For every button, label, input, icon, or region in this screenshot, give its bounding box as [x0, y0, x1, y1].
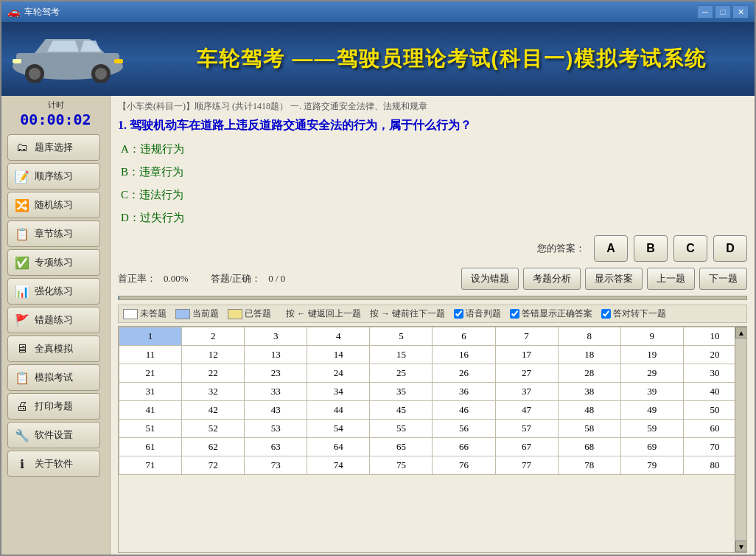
question-cell[interactable]: 46: [433, 401, 495, 420]
question-cell[interactable]: 55: [370, 420, 433, 438]
question-cell[interactable]: 62: [182, 438, 245, 456]
question-cell[interactable]: 9: [620, 327, 683, 346]
question-cell[interactable]: 37: [495, 383, 558, 401]
question-bank-button[interactable]: 🗂 题库选择: [7, 134, 100, 161]
answer-btn-b[interactable]: B: [634, 235, 668, 262]
question-cell[interactable]: 33: [245, 383, 307, 401]
question-cell[interactable]: 1: [119, 327, 182, 346]
about-button[interactable]: ℹ 关于软件: [7, 451, 100, 477]
question-cell[interactable]: 67: [495, 438, 558, 456]
question-cell[interactable]: 79: [620, 456, 683, 475]
show-answer-button[interactable]: 显示答案: [585, 268, 643, 290]
question-cell[interactable]: 74: [307, 456, 370, 475]
question-cell[interactable]: 25: [370, 364, 433, 383]
print-button[interactable]: 🖨 打印考题: [7, 393, 100, 420]
question-cell[interactable]: 68: [558, 438, 620, 456]
question-cell[interactable]: 43: [245, 401, 307, 420]
question-cell[interactable]: 63: [245, 438, 307, 456]
question-cell[interactable]: 59: [620, 420, 683, 438]
option-b[interactable]: B：违章行为: [118, 164, 747, 181]
question-cell[interactable]: 52: [182, 420, 245, 438]
question-cell[interactable]: 57: [495, 420, 558, 438]
scrollbar[interactable]: ▲ ▼: [735, 327, 746, 552]
question-cell[interactable]: 38: [558, 383, 620, 401]
mock-exam-button[interactable]: 📋 模拟考试: [7, 364, 100, 391]
settings-button[interactable]: 🔧 软件设置: [7, 422, 100, 448]
question-cell[interactable]: 11: [119, 346, 182, 364]
question-cell[interactable]: 73: [245, 456, 307, 475]
question-cell[interactable]: 71: [119, 456, 182, 475]
scroll-down-button[interactable]: ▼: [735, 541, 747, 552]
question-cell[interactable]: 64: [307, 438, 370, 456]
question-cell[interactable]: 75: [370, 456, 433, 475]
question-cell[interactable]: 72: [182, 456, 245, 475]
question-cell[interactable]: 19: [620, 346, 683, 364]
question-cell[interactable]: 21: [119, 364, 182, 383]
question-cell[interactable]: 16: [433, 346, 495, 364]
next-button[interactable]: 下一题: [699, 268, 747, 290]
question-cell[interactable]: 69: [620, 438, 683, 456]
sequential-button[interactable]: 📝 顺序练习: [7, 163, 100, 190]
question-cell[interactable]: 6: [433, 327, 495, 346]
analysis-button[interactable]: 考题分析: [523, 268, 581, 290]
question-cell[interactable]: 76: [433, 456, 495, 475]
question-cell[interactable]: 36: [433, 383, 495, 401]
auto-next-checkbox[interactable]: [601, 309, 611, 319]
question-cell[interactable]: 41: [119, 401, 182, 420]
mark-wrong-button[interactable]: 设为错题: [461, 268, 519, 290]
question-cell[interactable]: 42: [182, 401, 245, 420]
question-cell[interactable]: 15: [370, 346, 433, 364]
question-cell[interactable]: 29: [620, 364, 683, 383]
question-cell[interactable]: 8: [558, 327, 620, 346]
scroll-up-button[interactable]: ▲: [735, 327, 747, 338]
answer-btn-d[interactable]: D: [713, 235, 747, 262]
voice-checkbox[interactable]: [454, 309, 463, 319]
question-cell[interactable]: 24: [307, 364, 370, 383]
question-cell[interactable]: 44: [307, 401, 370, 420]
option-c[interactable]: C：违法行为: [118, 187, 747, 204]
question-cell[interactable]: 18: [558, 346, 620, 364]
question-cell[interactable]: 17: [495, 346, 558, 364]
show-correct-checkbox-group[interactable]: 答错显示正确答案: [510, 307, 592, 320]
question-cell[interactable]: 26: [433, 364, 495, 383]
question-cell[interactable]: 12: [182, 346, 245, 364]
question-cell[interactable]: 28: [558, 364, 620, 383]
question-cell[interactable]: 13: [245, 346, 307, 364]
question-cell[interactable]: 7: [495, 327, 558, 346]
question-cell[interactable]: 22: [182, 364, 245, 383]
question-cell[interactable]: 51: [119, 420, 182, 438]
question-cell[interactable]: 5: [370, 327, 433, 346]
question-cell[interactable]: 32: [182, 383, 245, 401]
question-cell[interactable]: 31: [119, 383, 182, 401]
wrong-button[interactable]: 🚩 错题练习: [7, 307, 100, 333]
question-cell[interactable]: 58: [558, 420, 620, 438]
question-cell[interactable]: 23: [245, 364, 307, 383]
question-cell[interactable]: 14: [307, 346, 370, 364]
answer-btn-c[interactable]: C: [673, 235, 707, 262]
question-cell[interactable]: 27: [495, 364, 558, 383]
auto-next-checkbox-group[interactable]: 答对转下一题: [601, 307, 666, 320]
answer-btn-a[interactable]: A: [594, 235, 628, 262]
question-cell[interactable]: 53: [245, 420, 307, 438]
full-sim-button[interactable]: 🖥 全真模拟: [7, 336, 100, 362]
question-cell[interactable]: 56: [433, 420, 495, 438]
option-a[interactable]: A：违规行为: [118, 141, 747, 158]
question-cell[interactable]: 39: [620, 383, 683, 401]
question-cell[interactable]: 54: [307, 420, 370, 438]
maximize-button[interactable]: □: [715, 5, 731, 18]
intensive-button[interactable]: 📊 强化练习: [7, 278, 100, 305]
question-cell[interactable]: 34: [307, 383, 370, 401]
question-cell[interactable]: 45: [370, 401, 433, 420]
minimize-button[interactable]: ─: [697, 5, 713, 18]
random-button[interactable]: 🔀 随机练习: [7, 192, 100, 218]
special-button[interactable]: ✅ 专项练习: [7, 249, 100, 276]
question-cell[interactable]: 48: [558, 401, 620, 420]
question-cell[interactable]: 35: [370, 383, 433, 401]
close-button[interactable]: ✕: [732, 5, 749, 18]
chapter-button[interactable]: 📋 章节练习: [7, 220, 100, 247]
question-cell[interactable]: 2: [182, 327, 245, 346]
question-cell[interactable]: 61: [119, 438, 182, 456]
question-cell[interactable]: 49: [620, 401, 683, 420]
prev-button[interactable]: 上一题: [647, 268, 695, 290]
question-cell[interactable]: 66: [433, 438, 495, 456]
